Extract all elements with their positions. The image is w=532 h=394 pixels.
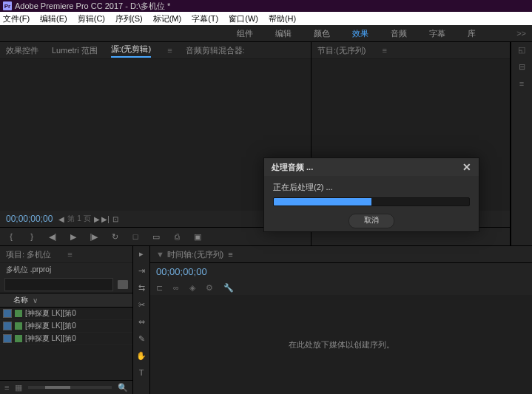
icon-view-icon[interactable]: ▦ bbox=[15, 383, 22, 393]
ripple-tool-icon[interactable]: ⇆ bbox=[138, 283, 145, 293]
tab-program[interactable]: 节目:(无序列) bbox=[317, 45, 366, 56]
util-markers-icon[interactable]: ⊟ bbox=[519, 62, 525, 72]
timeline-menu-icon[interactable]: ≡ bbox=[228, 250, 232, 259]
project-list: [神探夏 LK][第0 [神探夏 LK][第0 [神探夏 LK][第0 bbox=[0, 308, 132, 380]
processing-audio-dialog: 处理音频 ... ✕ 正在后处理(2) ... 取消 bbox=[263, 157, 479, 232]
menu-window[interactable]: 窗口(W) bbox=[229, 13, 258, 24]
project-name-header[interactable]: 名称 ∨ bbox=[0, 293, 132, 308]
play-icon[interactable]: ▶ bbox=[68, 231, 78, 242]
tab-project[interactable]: 项目: 多机位 bbox=[6, 249, 51, 260]
tab-audio-mixer[interactable]: 音频剪辑混合器: bbox=[186, 45, 245, 56]
timeline-marker-icon: ▼ bbox=[156, 250, 164, 259]
tab-source[interactable]: 源:(无剪辑) bbox=[111, 44, 151, 58]
item-check-icon[interactable] bbox=[3, 322, 12, 330]
marker-tool-icon[interactable]: ◈ bbox=[189, 283, 195, 293]
nav-prev-icon[interactable]: ◀ bbox=[58, 215, 64, 223]
export-frame-icon[interactable]: ⎙ bbox=[172, 231, 182, 242]
tab-lumetri[interactable]: Lumetri 范围 bbox=[52, 45, 98, 56]
menu-help[interactable]: 帮助(H) bbox=[269, 13, 296, 24]
tool-palette: ▸ ⇥ ⇆ ✂ ⇔ ✎ ✋ T bbox=[133, 246, 150, 394]
titlebar: Pr Adobe Premiere Pro CC 2017 - D:\多机位 * bbox=[0, 0, 532, 12]
progress-bar bbox=[273, 197, 470, 206]
ws-effects[interactable]: 效果 bbox=[352, 28, 368, 39]
util-timecode-icon[interactable]: ◱ bbox=[518, 45, 525, 55]
project-footer: ≡ ▦ 🔍 bbox=[0, 380, 132, 394]
set-out-icon[interactable]: } bbox=[27, 231, 37, 242]
nav-next-icon[interactable]: ▶ ▶| bbox=[94, 215, 110, 223]
slip-tool-icon[interactable]: ⇔ bbox=[138, 317, 145, 327]
set-in-icon[interactable]: { bbox=[6, 231, 16, 242]
dialog-status-text: 正在后处理(2) ... bbox=[273, 182, 470, 193]
dialog-title: 处理音频 ... bbox=[272, 162, 313, 173]
list-item[interactable]: [神探夏 LK][第0 bbox=[0, 333, 132, 345]
cancel-button[interactable]: 取消 bbox=[349, 214, 394, 228]
menu-edit[interactable]: 编辑(E) bbox=[40, 13, 67, 24]
selection-tool-icon[interactable]: ▸ bbox=[139, 249, 144, 259]
track-select-tool-icon[interactable]: ⇥ bbox=[138, 266, 145, 276]
search-icon[interactable]: 🔍 bbox=[118, 383, 128, 393]
tab-effect-controls[interactable]: 效果控件 bbox=[6, 45, 38, 56]
thumb-size-slider[interactable] bbox=[28, 386, 112, 389]
insert-icon[interactable]: □ bbox=[130, 231, 141, 242]
ws-libraries[interactable]: 库 bbox=[468, 28, 476, 39]
overwrite-icon[interactable]: ▭ bbox=[151, 231, 161, 242]
app-icon: Pr bbox=[3, 1, 12, 10]
clip-icon bbox=[15, 322, 22, 330]
step-back-icon[interactable]: ◀| bbox=[47, 231, 58, 242]
program-menu-icon[interactable]: ≡ bbox=[382, 46, 386, 55]
snap-icon[interactable]: ⊏ bbox=[156, 283, 163, 293]
timeline-empty-text: 在此处放下媒体以创建序列。 bbox=[289, 339, 394, 350]
source-panel-tabs: 效果控件 Lumetri 范围 源:(无剪辑) ≡ 音频剪辑混合器: bbox=[0, 42, 311, 59]
timeline-drop-area[interactable]: 在此处放下媒体以创建序列。 bbox=[150, 295, 532, 394]
nav-page: 第 1 页 bbox=[67, 214, 90, 224]
ws-assembly[interactable]: 组件 bbox=[237, 28, 253, 39]
project-panel: 项目: 多机位 ≡ 多机位 .prproj 名称 ∨ [神探夏 LK][第0 [… bbox=[0, 246, 133, 394]
clip-icon bbox=[15, 310, 22, 317]
menubar: 文件(F) 编辑(E) 剪辑(C) 序列(S) 标记(M) 字幕(T) 窗口(W… bbox=[0, 12, 532, 25]
workspace-tabs: 组件 编辑 颜色 效果 音频 字幕 库 >> bbox=[0, 25, 532, 42]
close-icon[interactable]: ✕ bbox=[462, 161, 471, 173]
step-fwd-icon[interactable]: |▶ bbox=[89, 231, 99, 242]
source-timecode[interactable]: 00;00;00;00 bbox=[6, 214, 53, 224]
project-search-input[interactable] bbox=[4, 278, 113, 291]
util-sliders-icon[interactable]: ≡ bbox=[519, 79, 524, 88]
pen-tool-icon[interactable]: ✎ bbox=[138, 334, 145, 344]
camera-icon[interactable]: ▣ bbox=[192, 231, 203, 242]
settings-icon[interactable]: ⚙ bbox=[206, 283, 213, 293]
new-bin-icon[interactable] bbox=[118, 280, 128, 289]
ws-audio[interactable]: 音频 bbox=[391, 28, 407, 39]
project-filename: 多机位 .prproj bbox=[0, 263, 132, 276]
menu-clip[interactable]: 剪辑(C) bbox=[78, 13, 105, 24]
timeline-panel: ▼ 时间轴:(无序列) ≡ 00;00;00;00 ⊏ ∞ ◈ ⚙ 🔧 在此处放… bbox=[150, 246, 532, 394]
timeline-timecode[interactable]: 00;00;00;00 bbox=[150, 263, 532, 280]
razor-tool-icon[interactable]: ✂ bbox=[138, 300, 145, 310]
link-icon[interactable]: ∞ bbox=[173, 283, 179, 292]
menu-sequence[interactable]: 序列(S) bbox=[115, 13, 143, 24]
nav-fit-icon[interactable]: ⊡ bbox=[112, 215, 118, 223]
ws-color[interactable]: 颜色 bbox=[314, 28, 330, 39]
item-check-icon[interactable] bbox=[3, 334, 12, 343]
ws-overflow-icon[interactable]: >> bbox=[516, 29, 526, 38]
name-header-label: 名称 bbox=[13, 295, 28, 305]
list-item[interactable]: [神探夏 LK][第0 bbox=[0, 308, 132, 320]
item-check-icon[interactable] bbox=[3, 309, 12, 318]
panel-menu-icon[interactable]: ≡ bbox=[167, 46, 172, 55]
window-title: Adobe Premiere Pro CC 2017 - D:\多机位 * bbox=[15, 1, 170, 12]
project-menu-icon[interactable]: ≡ bbox=[67, 250, 72, 259]
program-panel-tabs: 节目:(无序列) ≡ bbox=[312, 42, 510, 59]
sort-icon[interactable]: ∨ bbox=[33, 296, 38, 305]
ws-editing[interactable]: 编辑 bbox=[275, 28, 292, 39]
ws-captions[interactable]: 字幕 bbox=[429, 28, 445, 39]
tab-timeline[interactable]: 时间轴:(无序列) bbox=[167, 249, 223, 260]
clip-icon bbox=[15, 335, 22, 342]
wrench-icon[interactable]: 🔧 bbox=[223, 283, 234, 293]
list-item[interactable]: [神探夏 LK][第0 bbox=[0, 320, 132, 333]
list-view-icon[interactable]: ≡ bbox=[4, 383, 9, 392]
hand-tool-icon[interactable]: ✋ bbox=[136, 351, 147, 361]
menu-file[interactable]: 文件(F) bbox=[3, 13, 30, 24]
timeline-tools: ⊏ ∞ ◈ ⚙ 🔧 bbox=[150, 280, 532, 295]
type-tool-icon[interactable]: T bbox=[139, 368, 144, 377]
menu-marker[interactable]: 标记(M) bbox=[153, 13, 182, 24]
loop-icon[interactable]: ↻ bbox=[110, 231, 120, 242]
menu-title[interactable]: 字幕(T) bbox=[192, 13, 218, 24]
